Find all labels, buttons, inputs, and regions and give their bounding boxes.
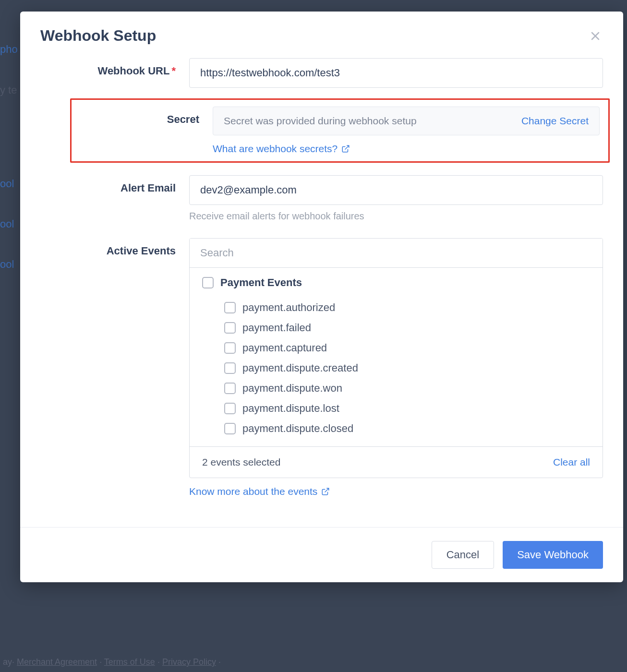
event-item: payment.dispute.lost [202, 398, 590, 419]
webhook-setup-modal: Webhook Setup Webhook URL* Secret [20, 12, 623, 582]
event-item: payment.authorized [202, 298, 590, 318]
events-list: Payment Events payment.authorized paymen… [190, 268, 603, 447]
event-checkbox[interactable] [224, 403, 236, 414]
close-button[interactable] [588, 28, 603, 44]
external-link-icon [341, 144, 350, 153]
save-webhook-button[interactable]: Save Webhook [503, 541, 603, 569]
modal-body: Webhook URL* Secret Secret was provided … [20, 58, 623, 527]
required-asterisk: * [171, 65, 176, 77]
svg-line-2 [345, 145, 349, 149]
event-item: payment.dispute.created [202, 358, 590, 378]
bg-text: ool [0, 178, 14, 190]
secret-highlight-box: Secret Secret was provided during webhoo… [70, 98, 610, 163]
alert-email-row: Alert Email Receive email alerts for web… [40, 175, 603, 222]
webhook-url-input[interactable] [189, 58, 603, 88]
event-name: payment.failed [242, 322, 311, 334]
alert-email-label: Alert Email [40, 175, 189, 194]
event-item: payment.dispute.won [202, 378, 590, 398]
events-search-input[interactable] [190, 239, 603, 268]
secret-label: Secret [72, 107, 213, 126]
events-panel: Payment Events payment.authorized paymen… [189, 238, 603, 478]
cancel-button[interactable]: Cancel [432, 541, 494, 569]
event-name: payment.dispute.closed [242, 422, 353, 435]
clear-all-link[interactable]: Clear all [553, 456, 590, 468]
bg-text: pho [0, 43, 18, 56]
legal-sep: · [99, 657, 104, 667]
secret-display-box: Secret was provided during webhook setup… [213, 107, 600, 135]
event-checkbox[interactable] [224, 302, 236, 313]
bg-text: y te [0, 84, 17, 96]
event-checkbox[interactable] [224, 362, 236, 374]
event-name: payment.dispute.created [242, 362, 358, 374]
event-name: payment.dispute.lost [242, 402, 339, 415]
modal-footer: Cancel Save Webhook [20, 527, 623, 582]
bg-text: ool [0, 218, 14, 230]
legal-merchant[interactable]: Merchant Agreement [17, 657, 97, 667]
legal-terms[interactable]: Terms of Use [104, 657, 155, 667]
webhook-url-row: Webhook URL* [40, 58, 603, 88]
event-group-header: Payment Events [202, 276, 590, 289]
bg-text: ool [0, 258, 14, 271]
alert-email-hint: Receive email alerts for webhook failure… [189, 211, 603, 222]
event-name: payment.authorized [242, 301, 335, 314]
event-item: payment.dispute.closed [202, 419, 590, 439]
modal-header: Webhook Setup [20, 12, 623, 58]
label-text: Webhook URL [98, 65, 170, 77]
webhook-url-label: Webhook URL* [40, 58, 189, 77]
secret-placeholder-text: Secret was provided during webhook setup [224, 115, 417, 127]
secret-help-link[interactable]: What are webhook secrets? [213, 143, 350, 155]
change-secret-link[interactable]: Change Secret [521, 115, 589, 127]
event-checkbox[interactable] [224, 383, 236, 394]
event-name: payment.dispute.won [242, 382, 342, 395]
events-selected-count: 2 events selected [202, 456, 280, 468]
modal-title: Webhook Setup [40, 27, 156, 45]
legal-prefix: ay· [3, 657, 14, 667]
footer-legal: ay· Merchant Agreement · Terms of Use · … [3, 657, 221, 667]
active-events-row: Active Events Payment Events payment.aut… [40, 238, 603, 497]
legal-privacy[interactable]: Privacy Policy [162, 657, 216, 667]
events-know-more-link[interactable]: Know more about the events [189, 486, 330, 497]
event-checkbox[interactable] [224, 322, 236, 334]
event-checkbox[interactable] [224, 423, 236, 434]
event-item: payment.failed [202, 318, 590, 338]
svg-line-3 [325, 488, 329, 492]
alert-email-input[interactable] [189, 175, 603, 205]
help-link-text: What are webhook secrets? [213, 143, 338, 155]
group-checkbox[interactable] [202, 277, 214, 288]
know-more-text: Know more about the events [189, 486, 317, 497]
event-checkbox[interactable] [224, 342, 236, 354]
external-link-icon [321, 487, 330, 496]
events-footer: 2 events selected Clear all [190, 447, 603, 478]
event-item: payment.captured [202, 338, 590, 358]
secret-row: Secret Secret was provided during webhoo… [40, 98, 603, 163]
close-icon [590, 30, 601, 42]
event-group-title: Payment Events [220, 276, 302, 289]
event-name: payment.captured [242, 342, 327, 354]
active-events-label: Active Events [40, 238, 189, 257]
legal-sep: · [157, 657, 162, 667]
